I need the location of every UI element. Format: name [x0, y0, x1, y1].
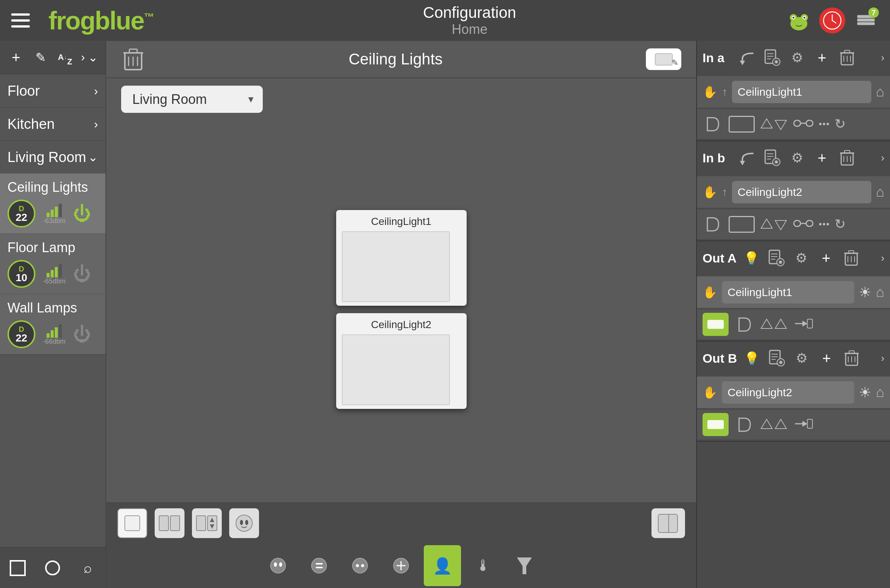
hamburger-menu-button[interactable] — [11, 8, 37, 33]
plug-icon-active: ⏻ — [73, 203, 91, 224]
out-b-trash-icon[interactable] — [842, 348, 862, 369]
in-a-trash-icon[interactable] — [837, 48, 857, 68]
link-icon[interactable] — [793, 118, 813, 130]
tab-filter[interactable] — [506, 545, 543, 586]
out-a-sun-icon[interactable]: ☀ — [859, 284, 871, 300]
refresh-icon[interactable]: ↻ — [834, 116, 846, 132]
out-b-sun-icon[interactable]: ☀ — [859, 384, 871, 401]
out-a-doc-gear-icon[interactable] — [766, 248, 786, 268]
drag-handle-icon[interactable]: ✋ — [702, 386, 717, 400]
out-a-trash-icon[interactable] — [841, 248, 861, 268]
map-icon-b[interactable] — [793, 416, 813, 433]
connector-d-icon[interactable] — [702, 214, 723, 235]
connector-d-icon[interactable] — [702, 114, 723, 134]
link-icon[interactable] — [793, 218, 813, 230]
up-down-switch-button[interactable] — [192, 508, 222, 538]
in-a-return-icon[interactable] — [737, 48, 757, 68]
sidebar-section-header-floor[interactable]: Floor › — [0, 75, 105, 107]
device-card-body-1 — [342, 231, 450, 302]
out-b-home-icon[interactable]: ⌂ — [876, 384, 884, 400]
in-b-add-icon[interactable]: + — [812, 148, 832, 168]
out-a-bulb-icon[interactable]: 💡 — [741, 248, 761, 268]
map-icon[interactable] — [793, 316, 813, 333]
refresh-icon[interactable]: ↻ — [834, 216, 846, 232]
out-b-doc-gear-icon[interactable] — [767, 348, 787, 369]
edit-item-button[interactable]: ✎ — [32, 47, 49, 68]
level-icon-b[interactable] — [760, 418, 788, 431]
device-card-ceilinglight1: CeilingLight1 — [336, 210, 467, 306]
in-a-doc-gear-icon[interactable] — [762, 48, 782, 68]
drag-handle-icon[interactable]: ✋ — [702, 85, 717, 99]
sidebar-bottom-circle-button[interactable] — [41, 556, 65, 580]
svg-marker-99 — [803, 321, 807, 327]
split-view-button[interactable] — [651, 508, 685, 538]
tab-plug-3[interactable] — [342, 545, 379, 586]
signal-dbm-label: -63dbm — [43, 217, 66, 225]
sidebar-item-label: Ceiling Lights — [8, 180, 98, 195]
sidebar-toolbar: + ✎ A↓Z › ⌄ — [0, 41, 105, 75]
delete-group-button[interactable] — [121, 47, 145, 72]
out-b-add-icon[interactable]: + — [816, 348, 837, 369]
tab-plug-2[interactable] — [301, 545, 338, 586]
dim-rect-icon[interactable] — [729, 116, 755, 133]
up-arrow-icon[interactable]: ↑ — [722, 186, 728, 198]
level-icon[interactable] — [760, 218, 788, 231]
in-a-gear-icon[interactable]: ⚙ — [787, 48, 807, 68]
in-b-home-icon[interactable]: ⌂ — [876, 184, 884, 200]
tab-thermometer[interactable]: 🌡 — [465, 545, 502, 586]
out-b-bulb-icon[interactable]: 💡 — [742, 348, 762, 369]
connector-d-icon-2[interactable] — [734, 314, 755, 335]
dim-rect-icon[interactable] — [729, 216, 755, 233]
tab-plug-1[interactable] — [260, 545, 297, 586]
right-section-header-out-a: Out A 💡 ⚙ + — [697, 241, 890, 275]
room-selector-row: Living Room Kitchen Floor — [106, 78, 696, 117]
sidebar-bottom-search-button[interactable]: ⌕ — [76, 556, 100, 580]
in-b-doc-gear-icon[interactable] — [762, 148, 782, 168]
stack-icon-button[interactable]: 7 — [853, 8, 879, 33]
pattern-icon[interactable] — [819, 223, 829, 225]
room-selector-dropdown[interactable]: Living Room Kitchen Floor — [121, 86, 263, 113]
sidebar-section-header-kitchen[interactable]: Kitchen › — [0, 108, 105, 140]
in-b-return-icon[interactable] — [737, 148, 757, 168]
drag-handle-icon[interactable]: ✋ — [702, 285, 717, 299]
in-b-trash-icon[interactable] — [837, 148, 857, 168]
sidebar-bottom-toolbar: ⌕ — [0, 547, 105, 588]
svg-marker-114 — [761, 419, 772, 429]
frog-icon-button[interactable] — [786, 8, 812, 33]
sidebar-section-floor: Floor › — [0, 75, 105, 108]
tab-plug-4[interactable] — [383, 545, 420, 586]
level-icon[interactable] — [760, 118, 788, 131]
level-icon-2[interactable] — [760, 318, 788, 331]
out-a-gear-icon[interactable]: ⚙ — [791, 248, 811, 268]
sidebar-item-wall-lamps[interactable]: Wall Lamps D 22 — [0, 294, 105, 354]
header-center: Configuration Home — [153, 4, 786, 37]
in-a-home-icon[interactable]: ⌂ — [876, 84, 884, 100]
sidebar-expand-collapse[interactable]: › ⌄ — [81, 50, 98, 64]
switch-edit-button[interactable]: ✎ — [646, 48, 681, 70]
in-b-gear-icon[interactable]: ⚙ — [787, 148, 807, 168]
sidebar-section-living-room: Living Room ⌄ Ceiling Lights D 22 — [0, 141, 105, 355]
drag-handle-icon[interactable]: ✋ — [702, 185, 717, 199]
sidebar-section-header-living-room[interactable]: Living Room ⌄ — [0, 141, 105, 174]
clock-icon-button[interactable] — [819, 8, 845, 33]
svg-point-6 — [803, 16, 805, 18]
add-item-button[interactable]: + — [8, 47, 25, 68]
in-a-add-icon[interactable]: + — [812, 48, 832, 68]
up-arrow-icon[interactable]: ↑ — [722, 86, 728, 98]
sidebar-item-ceiling-lights[interactable]: Ceiling Lights D 22 — [0, 174, 105, 234]
active-dim-icon[interactable] — [702, 313, 729, 336]
out-a-add-icon[interactable]: + — [816, 248, 836, 268]
in-b-device-name-2: CeilingLight2 — [732, 181, 871, 203]
pattern-icon[interactable] — [819, 123, 829, 125]
sidebar-item-floor-lamp[interactable]: Floor Lamp D 10 — [0, 234, 105, 294]
active-dim-icon-b[interactable] — [702, 413, 729, 436]
out-a-home-icon[interactable]: ⌂ — [876, 284, 884, 300]
connector-d-icon-b[interactable] — [734, 414, 755, 435]
sort-button[interactable]: A↓Z — [57, 47, 74, 68]
tab-person[interactable]: 👤 — [424, 545, 461, 586]
socket-button[interactable] — [229, 508, 259, 538]
sidebar-bottom-square-button[interactable] — [6, 556, 30, 580]
out-b-gear-icon[interactable]: ⚙ — [792, 348, 812, 369]
double-switch-button[interactable] — [155, 508, 185, 538]
single-switch-button[interactable] — [117, 508, 147, 538]
